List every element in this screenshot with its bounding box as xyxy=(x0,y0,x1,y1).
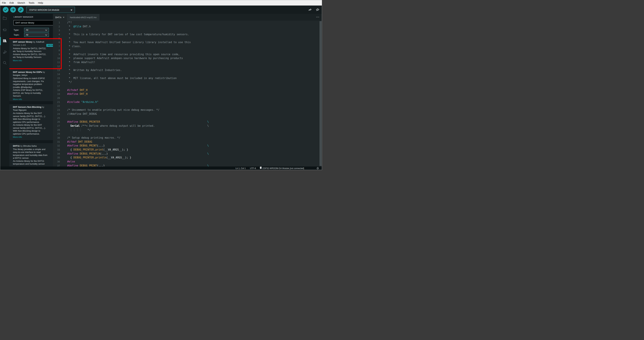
active-section-indicator xyxy=(0,37,1,45)
code-line: 11 * from Adafruit! xyxy=(53,60,322,64)
line-number: 16 xyxy=(53,80,65,84)
line-number: 4 xyxy=(53,33,65,37)
code-line: 4 * This is a library for DHT series of … xyxy=(53,33,322,37)
code-line: 2 * @file DHT.h xyxy=(53,25,322,29)
menu-file[interactable]: File xyxy=(0,0,8,6)
library-item-title: DHT sensor library for ESPx by beegee_to… xyxy=(13,71,59,77)
code-line: 14 * xyxy=(53,72,322,76)
library-item-description: This library provides a simple and easy-… xyxy=(13,148,59,165)
encoding[interactable]: UTF-8 xyxy=(250,166,256,170)
code-area[interactable]: 1/*!2 * @file DHT.h3 *4 * This is a libr… xyxy=(53,21,322,166)
line-number: 25 xyxy=(53,116,65,120)
chevron-down-icon xyxy=(70,9,72,12)
editor: DHT.h✕hardcoded-dht22-esp32.ino··· 1/*!2… xyxy=(53,14,322,166)
code-line: 37#define DEBUG_PRINT(...)\ xyxy=(53,164,322,166)
verify-button[interactable] xyxy=(3,7,8,13)
tab-hardcoded-dht22-esp32-ino[interactable]: hardcoded-dht22-esp32.ino xyxy=(67,14,100,21)
sidebar-item-library-manager[interactable] xyxy=(0,37,10,46)
board-selector[interactable]: ESP32-WROOM-DA Module xyxy=(26,7,75,13)
menu-tools[interactable]: Tools xyxy=(27,0,36,6)
filter-select-type[interactable]: All xyxy=(24,28,49,32)
upload-button[interactable] xyxy=(10,7,16,13)
code-line: 34#define DEBUG_PRINTLN(...)\ xyxy=(53,152,322,156)
code-line: 7 * class. xyxy=(53,45,322,49)
board-selector-label: ESP32-WROOM-DA Module xyxy=(30,9,70,11)
folder-icon xyxy=(2,16,7,21)
filter-label: Topic: xyxy=(14,34,24,36)
code-line: 8 * xyxy=(53,49,322,53)
line-number: 32 xyxy=(53,144,65,148)
filter-selected-value: All xyxy=(26,34,45,36)
line-number: 1 xyxy=(53,21,65,25)
cursor-position[interactable]: Ln 1, Col 1 xyxy=(236,166,246,170)
tab-label: DHT.h xyxy=(55,16,61,19)
code-line: 26#define DEBUG_PRINTER\ xyxy=(53,120,322,124)
sidebar-item-search[interactable] xyxy=(0,59,10,68)
line-number: 36 xyxy=(53,160,65,164)
code-line: 23/* Uncomment to enable printing out ni… xyxy=(53,108,322,112)
tab-dht-h[interactable]: DHT.h✕ xyxy=(53,14,67,21)
serial-plotter-icon[interactable] xyxy=(308,8,312,12)
line-number: 24 xyxy=(53,112,65,116)
code-line: 3 * xyxy=(53,29,322,33)
more-info-link[interactable]: More info xyxy=(13,136,59,139)
code-line: 21#include "Arduino.h" xyxy=(53,100,322,104)
arduino-ide-window: FileEditSketchToolsHelp ESP32-WROOM-DA M… xyxy=(0,0,322,170)
code-line: 1/*! xyxy=(53,21,322,25)
more-actions-icon[interactable]: ··· xyxy=(316,14,320,21)
tab-label: hardcoded-dht22-esp32.ino xyxy=(70,16,96,19)
line-number: 28 xyxy=(53,128,65,132)
line-number: 26 xyxy=(53,120,65,124)
filter-row-topic: Topic:All xyxy=(14,33,49,37)
sidebar-item-debug[interactable] xyxy=(0,48,10,57)
code-line: 5 * xyxy=(53,37,322,41)
line-number: 34 xyxy=(53,152,65,156)
more-info-link[interactable]: More info xyxy=(13,59,59,62)
activity-bar xyxy=(0,14,10,166)
code-line: 18#ifndef DHT_H xyxy=(53,88,322,92)
code-line: 10 * please support Adafruit andopen-sou… xyxy=(53,56,322,60)
editor-scrollbar[interactable] xyxy=(320,21,322,166)
code-line: 25 xyxy=(53,116,322,120)
library-item-description: Optimized libray to match ESP32 requirem… xyxy=(13,77,59,97)
filter-label: Type: xyxy=(14,29,24,31)
line-number: 5 xyxy=(53,37,65,41)
code-line: 22 xyxy=(53,104,322,108)
line-number: 14 xyxy=(53,72,65,76)
line-number: 33 xyxy=(53,148,65,152)
close-icon[interactable]: ✕ xyxy=(63,16,64,19)
line-number: 7 xyxy=(53,45,65,49)
serial-monitor-icon[interactable] xyxy=(316,8,320,12)
line-number: 10 xyxy=(53,56,65,60)
sidebar-item-boards-manager[interactable] xyxy=(0,26,10,35)
library-item-description: An Arduino library for the DHT sensor fa… xyxy=(13,112,59,135)
status-board[interactable]: ESP32-WROOM-DA Module [not connected] xyxy=(260,166,304,170)
chip-icon xyxy=(2,28,7,33)
code-line: 9 * Adafruit invests time and resources … xyxy=(53,53,322,57)
menu-edit[interactable]: Edit xyxy=(8,0,16,6)
menu-help[interactable]: Help xyxy=(36,0,45,6)
line-number: 20 xyxy=(53,96,65,100)
more-info-link[interactable]: More info xyxy=(13,98,59,101)
sidebar-item-sketchbook[interactable] xyxy=(0,14,10,23)
line-number: 17 xyxy=(53,84,65,88)
code-line: 36#else xyxy=(53,160,322,164)
code-line: 12 * xyxy=(53,64,322,68)
code-line: 13 * Written by Adafruit Industries. xyxy=(53,68,322,72)
panel-title: LIBRARY MANAGER xyxy=(14,16,33,18)
status-board-label: ESP32-WROOM-DA Module [not connected] xyxy=(262,166,304,170)
line-number: 37 xyxy=(53,164,65,166)
filter-select-topic[interactable]: All xyxy=(24,33,49,37)
line-number: 13 xyxy=(53,68,65,72)
line-number: 8 xyxy=(53,49,65,53)
line-number: 22 xyxy=(53,104,65,108)
code-line: 31#ifdef DHT_DEBUG xyxy=(53,140,322,144)
start-debugging-button[interactable] xyxy=(18,7,24,13)
menu-sketch[interactable]: Sketch xyxy=(16,0,27,6)
code-line: 35 { DEBUG_PRINTER.println(__VA_ARGS__);… xyxy=(53,156,322,160)
notifications-bell-icon[interactable] xyxy=(316,167,319,170)
code-line: 29 xyxy=(53,132,322,136)
code-line: 17 xyxy=(53,84,322,88)
code-line: 19#define DHT_H xyxy=(53,92,322,96)
filter-selected-value: All xyxy=(26,29,45,31)
